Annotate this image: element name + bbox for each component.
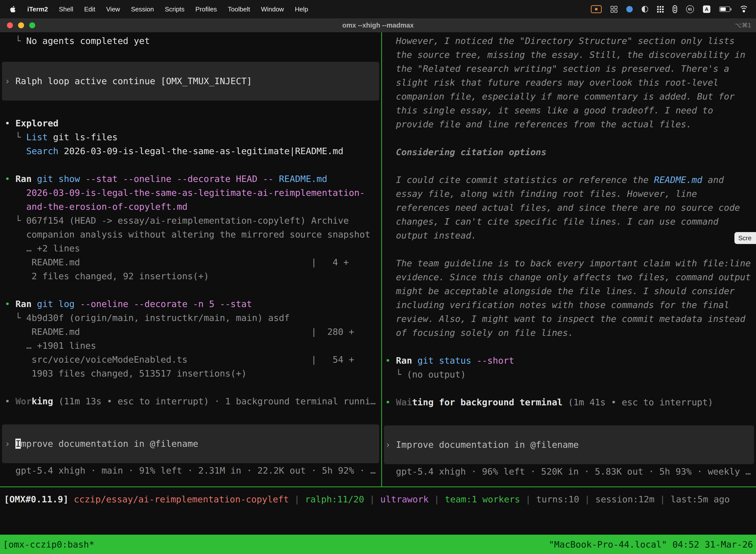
terminal-line: output instead. [385,229,756,242]
battery-icon[interactable] [719,6,730,12]
omx-status-bar: [OMX#0.11.9] cczip/essay/ai-reimplementa… [0,487,756,535]
tmux-session-label: [omx-cczip0:bash* [3,539,94,550]
ralph-loop-banner-text: › Ralph loop active continue [OMX_TMUX_I… [2,74,379,88]
terminal-line: └ (no output) [385,368,756,382]
terminal-line: • Waiting for background terminal (1m 41… [385,395,756,409]
terminal-line: • Ran git status --short [385,354,756,368]
wifi-icon[interactable] [739,6,749,13]
terminal-line [385,382,756,395]
right-terminal-pane[interactable]: However, I noticed the "Directory Struct… [382,32,756,487]
terminal-line: references need actual files, and since … [385,201,756,215]
zoom-window-button[interactable] [29,22,35,28]
terminal-line [385,340,756,354]
omx-status-text: [OMX#0.11.9] cczip/essay/ai-reimplementa… [4,492,756,506]
menu-item-view[interactable]: View [106,5,120,13]
terminal-line: The team guideline is to back every impo… [385,257,756,270]
terminal-line: src/voice/voiceModeEnabled.ts | 54 + [5,353,381,367]
terminal-line: 1903 files changed, 513517 insertions(+) [5,367,381,381]
input-source-icon[interactable]: A [703,5,710,13]
screen-recording-icon[interactable] [591,5,602,13]
terminal-line: └ List git ls-files [5,130,381,144]
window-title: omx --xhigh --madmax [0,21,756,29]
terminal-line: the source tree, missing the essay. Stil… [385,48,756,62]
terminal-line: • Explored [5,116,381,130]
terminal-line [5,283,381,297]
blue-app-icon[interactable] [626,6,633,12]
app-launcher-icon[interactable] [657,6,664,13]
terminal-line: including verification notes with those … [385,298,756,312]
menubar-status-icons: 61 A [591,5,749,13]
macos-menu-bar: iTerm2 Shell Edit View Session Scripts P… [0,0,756,18]
screen-share-chip[interactable]: Scre [735,232,756,244]
terminal-line: and-the-erosion-of-copyleft.md [5,200,381,214]
apple-menu-icon[interactable] [10,5,16,13]
terminal-line: essay file, along with finding root file… [385,187,756,201]
terminal-line: • Working (11m 13s • esc to interrupt) ·… [5,394,381,408]
terminal-line: 2 files changed, 92 insertions(+) [5,269,381,283]
right-status-line: gpt-5.4 xhigh · 96% left · 520K in · 5.8… [382,465,756,479]
terminal-line: └ 067f154 (HEAD -> essay/ai-reimplementa… [5,214,381,228]
terminal-line: 2026-03-09-is-legal-the-same-as-legitima… [5,186,381,200]
terminal-area: └ No agents completed yet › Ralph loop a… [0,32,756,487]
menu-item-profiles[interactable]: Profiles [195,5,217,13]
terminal-line [5,158,381,172]
minimize-window-button[interactable] [18,22,24,28]
terminal-line: › Ralph loop active continue [OMX_TMUX_I… [5,74,379,88]
left-transcript: • Explored └ List git ls-files Search 20… [0,116,381,408]
menu-item-iterm2[interactable]: iTerm2 [27,5,48,13]
menu-item-session[interactable]: Session [131,5,154,13]
terminal-line: README.md | 280 + [5,325,381,339]
right-input-box[interactable]: › Improve documentation in @filename [384,426,754,464]
terminal-line: gpt-5.4 xhigh · main · 91% left · 2.31M … [5,464,381,478]
battery-percent-icon[interactable]: 61 [686,5,694,13]
screen: iTerm2 Shell Edit View Session Scripts P… [0,0,756,554]
window-title-bar[interactable]: omx --xhigh --madmax ⌥⌘1 [0,18,756,32]
terminal-line: this single essay, it seems like a good … [385,104,756,117]
tmux-host-time-label: "MacBook-Pro-44.local" 04:52 31-Mar-26 [549,539,753,550]
terminal-line: • Ran git show --stat --oneline --decora… [5,172,381,186]
terminal-line [385,242,756,257]
terminal-line: [OMX#0.11.9] cczip/essay/ai-reimplementa… [4,492,756,506]
menu-item-shell[interactable]: Shell [59,5,73,13]
menu-item-scripts[interactable]: Scripts [165,5,184,13]
menu-item-help[interactable]: Help [295,5,308,13]
terminal-line: of focusing solely on file lines. [385,326,756,340]
terminal-line: companion analysis without altering the … [5,228,381,241]
terminal-line: └ 4b9d30f (origin/main, instructkr/main,… [5,311,381,325]
terminal-line: the "Related research writing" section i… [385,62,756,76]
terminal-line: However, I noticed the "Directory Struct… [385,34,756,48]
right-transcript: However, I noticed the "Directory Struct… [382,34,756,409]
terminal-line: … +2 lines [5,241,381,256]
window-grid-icon[interactable] [611,6,617,13]
stacked-dots-icon[interactable] [673,5,677,13]
left-scrollback: └ No agents completed yet [0,34,381,48]
terminal-line: changes, I can't cite specific file line… [385,215,756,229]
terminal-line: I could cite commit statistics or refere… [385,173,756,187]
menu-items: iTerm2 Shell Edit View Session Scripts P… [27,5,308,13]
terminal-line: Search 2026-03-09-is-legal-the-same-as-l… [5,144,381,158]
tmux-status-bar: [omx-cczip0:bash* "MacBook-Pro-44.local"… [0,535,756,554]
terminal-line [385,159,756,173]
menu-item-window[interactable]: Window [261,5,284,13]
terminal-line: › Improve documentation in @filename [5,437,379,451]
left-input-text: › Improve documentation in @filename [2,437,379,451]
terminal-line: companion file, especially if more comme… [385,90,756,104]
terminal-line: evidence. Since this change only affects… [385,270,756,284]
ralph-loop-banner: › Ralph loop active continue [OMX_TMUX_I… [2,62,379,101]
terminal-line: • Ran git log --oneline --decorate -n 5 … [5,297,381,311]
terminal-line: gpt-5.4 xhigh · 96% left · 520K in · 5.8… [385,465,756,479]
contrast-app-icon[interactable] [642,6,648,12]
window-shortcut-hint: ⌥⌘1 [735,22,756,29]
terminal-line: might be acceptable alongside the file l… [385,284,756,298]
terminal-line: slight risk that future readers may over… [385,76,756,90]
menu-item-toolbelt[interactable]: Toolbelt [228,5,250,13]
left-status-line: gpt-5.4 xhigh · main · 91% left · 2.31M … [0,464,381,478]
terminal-line: Considering citation options [385,145,756,159]
right-input-text: › Improve documentation in @filename [384,438,754,452]
left-terminal-pane[interactable]: └ No agents completed yet › Ralph loop a… [0,32,382,487]
menu-item-edit[interactable]: Edit [84,5,95,13]
close-window-button[interactable] [7,22,13,28]
left-input-box[interactable]: › Improve documentation in @filename [2,425,379,463]
terminal-line: └ No agents completed yet [5,34,381,48]
traffic-lights [0,22,35,28]
